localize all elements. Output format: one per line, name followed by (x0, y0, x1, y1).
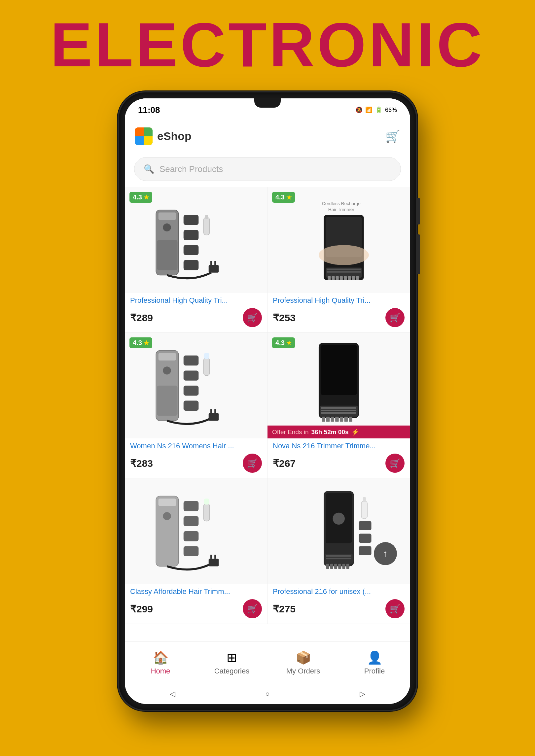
svg-rect-78 (342, 564, 345, 569)
svg-text:Cordless Recharge: Cordless Recharge (322, 201, 361, 206)
app-header: eShop 🛒 (125, 121, 410, 151)
android-home-btn[interactable]: ○ (265, 690, 269, 698)
svg-rect-55 (349, 417, 352, 422)
product-title-1: Professional High Quality Tri... (125, 293, 267, 307)
nav-home-label: Home (151, 667, 170, 675)
svg-rect-36 (184, 401, 199, 411)
svg-rect-4 (184, 215, 199, 225)
add-to-cart-btn-2[interactable]: 🛒 (385, 308, 405, 327)
svg-rect-8 (209, 265, 219, 273)
categories-icon: ⊞ (227, 650, 237, 665)
product-price-4: ₹267 (273, 458, 296, 469)
product-image-1: 4.3 ★ (125, 187, 267, 293)
rating-badge-3: 4.3 ★ (129, 337, 152, 348)
product-price-row-2: ₹253 🛒 (268, 307, 410, 327)
scroll-top-button[interactable]: ↑ (374, 542, 397, 565)
add-to-cart-btn-4[interactable]: 🛒 (385, 454, 405, 473)
product-image-6 (268, 478, 410, 584)
svg-rect-74 (326, 564, 329, 569)
svg-rect-27 (352, 276, 355, 280)
svg-rect-21 (328, 276, 331, 280)
nav-home[interactable]: 🏠 Home (125, 650, 196, 675)
product-price-3: ₹283 (130, 458, 153, 469)
svg-point-70 (333, 513, 344, 525)
nav-myorders-label: My Orders (286, 667, 320, 675)
product-price-6: ₹275 (273, 603, 296, 615)
svg-rect-81 (359, 534, 371, 543)
svg-rect-25 (344, 276, 347, 280)
android-recent-btn[interactable]: ◁ (170, 690, 175, 698)
add-to-cart-btn-3[interactable]: 🛒 (243, 454, 262, 473)
search-input[interactable]: Search Products (160, 164, 223, 174)
product-grid: 4.3 ★ (125, 187, 410, 624)
product-image-4: 4.3 ★ (268, 333, 410, 438)
product-card-4[interactable]: 4.3 ★ (268, 333, 410, 478)
star-icon: ★ (144, 194, 149, 201)
svg-rect-18 (327, 269, 361, 270)
svg-rect-32 (157, 386, 177, 416)
product-price-1: ₹289 (130, 312, 153, 324)
svg-rect-77 (338, 564, 341, 569)
battery-percent: 66% (385, 107, 397, 114)
nav-categories[interactable]: ⊞ Categories (196, 650, 268, 675)
app-logo (135, 127, 153, 145)
svg-rect-19 (327, 271, 361, 273)
svg-rect-75 (330, 564, 333, 569)
add-to-cart-btn-6[interactable]: 🛒 (385, 599, 405, 618)
svg-rect-35 (184, 386, 199, 395)
home-icon: 🏠 (153, 650, 168, 665)
svg-rect-23 (336, 276, 339, 280)
cart-button[interactable]: 🛒 (385, 129, 400, 143)
signal-icon: 📶 (365, 106, 373, 114)
nav-profile[interactable]: 👤 Profile (339, 650, 410, 675)
svg-rect-83 (361, 501, 367, 519)
star-icon-4: ★ (286, 339, 292, 347)
product-card-3[interactable]: 4.3 ★ (125, 333, 268, 478)
add-to-cart-btn-5[interactable]: 🛒 (243, 599, 262, 618)
svg-rect-47 (321, 410, 356, 411)
product-card-5[interactable]: Classy Affordable Hair Trimm... ₹299 🛒 (125, 478, 268, 624)
offer-banner: Offer Ends in 36h 52m 00s ⚡ (268, 426, 410, 438)
nav-categories-label: Categories (214, 667, 249, 675)
svg-rect-30 (159, 353, 176, 361)
svg-rect-6 (184, 245, 199, 255)
lightning-icon: ⚡ (351, 428, 359, 436)
product-title-2: Professional High Quality Tri... (268, 293, 410, 307)
svg-rect-50 (326, 417, 330, 422)
product-card-1[interactable]: 4.3 ★ (125, 187, 268, 333)
product-price-2: ₹253 (273, 312, 296, 324)
product-title-5: Classy Affordable Hair Trimm... (125, 584, 267, 598)
svg-rect-41 (204, 353, 209, 359)
search-icon: 🔍 (144, 164, 154, 174)
svg-rect-3 (157, 240, 177, 270)
svg-rect-67 (204, 498, 209, 504)
svg-point-2 (163, 223, 171, 231)
svg-rect-72 (326, 555, 351, 557)
android-nav-bar: ◁ ○ ▷ (125, 684, 410, 704)
status-icons: 🔕 📶 🔋 66% (355, 106, 397, 114)
phone-container: 11:08 🔕 📶 🔋 66% eShop (119, 92, 416, 710)
svg-rect-5 (184, 230, 199, 240)
product-card-2[interactable]: 4.3 ★ Cordless Recharge Hair Trimmer (268, 187, 410, 333)
svg-rect-53 (340, 417, 343, 422)
svg-rect-76 (334, 564, 337, 569)
svg-rect-22 (332, 276, 335, 280)
svg-rect-26 (348, 276, 351, 280)
product-price-row-1: ₹289 🛒 (125, 307, 267, 327)
star-icon-3: ★ (144, 339, 149, 347)
svg-text:Hair Trimmer: Hair Trimmer (328, 207, 354, 212)
svg-rect-51 (331, 417, 334, 422)
svg-rect-60 (184, 516, 199, 526)
product-price-row-6: ₹275 🛒 (268, 598, 410, 618)
search-bar[interactable]: 🔍 Search Products (134, 157, 401, 181)
svg-rect-56 (156, 496, 178, 567)
nav-myorders[interactable]: 📦 My Orders (268, 650, 339, 675)
svg-point-31 (163, 366, 171, 374)
svg-rect-79 (346, 564, 349, 569)
android-back-btn[interactable]: ▷ (360, 690, 365, 698)
phone-screen: 11:08 🔕 📶 🔋 66% eShop (125, 98, 410, 704)
svg-rect-37 (209, 413, 219, 421)
product-image-2: 4.3 ★ Cordless Recharge Hair Trimmer (268, 187, 410, 293)
add-to-cart-btn-1[interactable]: 🛒 (243, 308, 262, 327)
notification-icon: 🔕 (355, 106, 363, 114)
